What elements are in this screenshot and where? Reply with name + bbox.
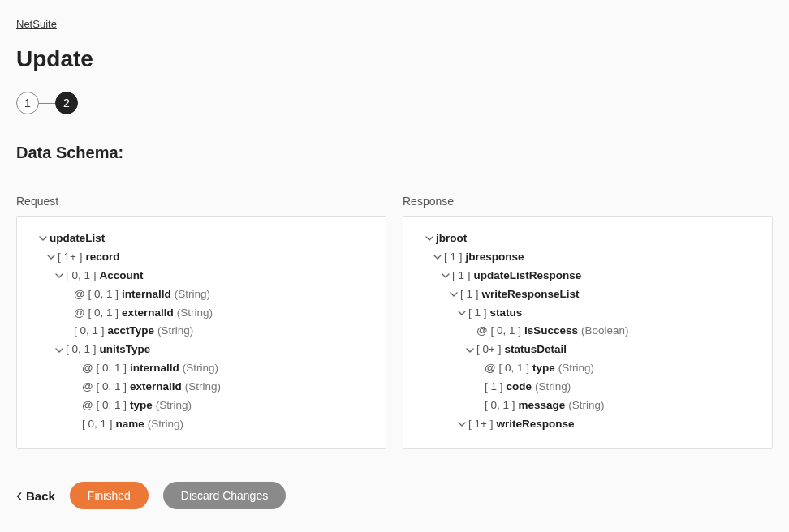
request-node[interactable]: [ 0, 1 ] unitsType (27, 341, 376, 359)
field-name: jbresponse (466, 250, 524, 265)
request-node[interactable]: @ [ 0, 1 ] internalId(String) (27, 359, 376, 378)
request-node[interactable]: [ 0, 1 ] name(String) (27, 415, 376, 434)
response-node[interactable]: @ [ 0, 1 ] isSuccess(Boolean) (413, 322, 762, 341)
field-name: unitsType (100, 342, 151, 358)
response-node[interactable]: [ 1 ] jbresponse (413, 248, 762, 267)
request-column: Request updateList[ 1+ ] record[ 0, 1 ] … (16, 195, 386, 449)
field-name: acctType (108, 324, 155, 339)
response-label: Response (403, 195, 773, 208)
response-node[interactable]: [ 0, 1 ] message(String) (413, 397, 762, 415)
chevron-down-icon[interactable] (37, 234, 50, 242)
request-node[interactable]: @ [ 0, 1 ] externalId(String) (27, 378, 376, 397)
response-node[interactable]: [ 1 ] status (413, 304, 762, 323)
field-name: isSuccess (524, 324, 578, 339)
cardinality: [ 1 ] (468, 306, 487, 321)
cardinality: [ 0, 1 ] (66, 342, 97, 358)
field-name: Account (100, 268, 144, 284)
response-node[interactable]: [ 0+ ] statusDetail (413, 341, 762, 359)
field-type: (String) (568, 398, 604, 414)
chevron-down-icon[interactable] (423, 234, 436, 242)
cardinality: [ 1+ ] (468, 417, 493, 432)
chevron-down-icon[interactable] (53, 272, 66, 280)
response-node[interactable]: [ 1 ] code(String) (413, 378, 762, 397)
response-node[interactable]: @ [ 0, 1 ] type(String) (413, 359, 762, 378)
cardinality: [ 0, 1 ] (74, 324, 105, 339)
chevron-down-icon[interactable] (463, 346, 476, 354)
step-connector (39, 103, 55, 104)
discard-button[interactable]: Discard Changes (163, 482, 286, 509)
step-1[interactable]: 1 (16, 92, 39, 114)
request-node[interactable]: @ [ 0, 1 ] type(String) (27, 397, 376, 415)
request-node[interactable]: updateList (27, 230, 376, 248)
back-button[interactable]: Back (16, 489, 55, 503)
request-label: Request (16, 195, 386, 208)
field-name: internalId (130, 361, 179, 376)
request-node[interactable]: [ 0, 1 ] Account (27, 267, 376, 285)
cardinality: @ [ 0, 1 ] (476, 324, 521, 339)
chevron-down-icon[interactable] (439, 272, 452, 280)
field-name: record (85, 250, 119, 265)
cardinality: [ 0, 1 ] (82, 417, 113, 432)
response-schema-box[interactable]: jbroot[ 1 ] jbresponse[ 1 ] updateListRe… (403, 216, 773, 449)
field-type: (String) (183, 361, 218, 376)
step-2[interactable]: 2 (55, 92, 78, 114)
field-name: externalId (122, 306, 174, 321)
section-title: Data Schema: (16, 144, 773, 162)
field-type: (String) (156, 398, 192, 414)
chevron-down-icon[interactable] (431, 253, 444, 261)
response-node[interactable]: jbroot (413, 230, 762, 248)
cardinality: @ [ 0, 1 ] (82, 380, 127, 395)
field-name: type (130, 398, 153, 414)
request-node[interactable]: @ [ 0, 1 ] internalId(String) (27, 285, 376, 304)
request-node[interactable]: @ [ 0, 1 ] externalId(String) (27, 304, 376, 323)
field-name: name (116, 417, 144, 432)
cardinality: [ 1 ] (444, 250, 463, 265)
field-name: writeResponseList (482, 287, 580, 302)
breadcrumb[interactable]: NetSuite (16, 18, 57, 30)
request-schema-box[interactable]: updateList[ 1+ ] record[ 0, 1 ] Account@… (16, 216, 386, 449)
chevron-left-icon (16, 489, 23, 503)
field-type: (Boolean) (581, 324, 629, 339)
field-type: (String) (558, 361, 594, 376)
field-type: (String) (148, 417, 183, 432)
chevron-down-icon[interactable] (447, 290, 460, 298)
chevron-down-icon[interactable] (455, 420, 468, 428)
response-node[interactable]: [ 1+ ] writeResponse (413, 415, 762, 434)
cardinality: @ [ 0, 1 ] (485, 361, 529, 376)
field-name: code (507, 380, 532, 395)
chevron-down-icon[interactable] (455, 309, 468, 317)
cardinality: [ 1 ] (452, 268, 471, 284)
chevron-down-icon[interactable] (53, 346, 66, 354)
cardinality: @ [ 0, 1 ] (82, 361, 127, 376)
footer: Back Finished Discard Changes (16, 482, 773, 509)
chevron-down-icon[interactable] (45, 253, 58, 261)
page-title: Update (16, 46, 773, 72)
field-type: (String) (175, 287, 210, 302)
request-node[interactable]: [ 1+ ] record (27, 248, 376, 267)
cardinality: @ [ 0, 1 ] (82, 398, 127, 414)
response-node[interactable]: [ 1 ] writeResponseList (413, 285, 762, 304)
field-name: message (519, 398, 566, 414)
cardinality: @ [ 0, 1 ] (74, 287, 119, 302)
field-name: jbroot (436, 231, 467, 247)
field-type: (String) (185, 380, 221, 395)
schema-row: Request updateList[ 1+ ] record[ 0, 1 ] … (16, 195, 773, 449)
cardinality: [ 0, 1 ] (485, 398, 515, 414)
cardinality: [ 1 ] (485, 380, 503, 395)
stepper: 1 2 (16, 92, 773, 114)
field-type: (String) (177, 306, 213, 321)
finished-button[interactable]: Finished (70, 482, 149, 509)
response-node[interactable]: [ 1 ] updateListResponse (413, 267, 762, 285)
back-label: Back (26, 489, 55, 503)
cardinality: @ [ 0, 1 ] (74, 306, 119, 321)
field-name: externalId (130, 380, 182, 395)
field-name: updateList (50, 231, 105, 247)
request-node[interactable]: [ 0, 1 ] acctType(String) (27, 322, 376, 341)
cardinality: [ 1 ] (460, 287, 479, 302)
field-name: writeResponse (496, 417, 574, 432)
field-name: statusDetail (504, 342, 567, 358)
cardinality: [ 0+ ] (476, 342, 501, 358)
cardinality: [ 1+ ] (58, 250, 82, 265)
field-name: internalId (122, 287, 171, 302)
field-type: (String) (535, 380, 571, 395)
